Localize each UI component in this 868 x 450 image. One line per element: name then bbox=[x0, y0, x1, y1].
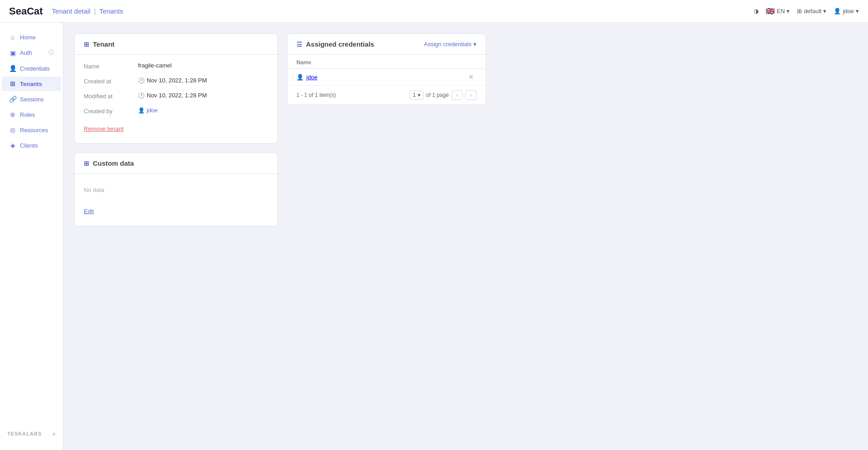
custom-data-card: ⊞ Custom data No data Edit bbox=[74, 153, 278, 226]
sidebar-icon-sessions: 🔗 bbox=[9, 96, 16, 103]
custom-data-body: No data Edit bbox=[75, 174, 277, 225]
tenant-card-title: Tenant bbox=[93, 40, 114, 48]
contrast-toggle[interactable]: ◑ bbox=[754, 8, 758, 14]
topnav-right: ◑ 🇬🇧 EN ▾ ⊞ default ▾ 👤 jdoe ▾ bbox=[754, 7, 859, 15]
credentials-col-name: Name bbox=[296, 59, 311, 66]
sidebar-item-resources[interactable]: ◎ Resources bbox=[2, 123, 61, 137]
field-created-at-label: Created at bbox=[84, 77, 138, 85]
user-label: jdoe bbox=[843, 8, 854, 14]
custom-data-header-icon: ⊞ bbox=[84, 160, 89, 167]
credentials-table: Name 👤 jdoe ✕ 1 - 1 of 1 item(s) bbox=[287, 55, 486, 105]
app-logo: SeaCat bbox=[9, 5, 43, 17]
sidebar-bottom: TeskaLabs « bbox=[0, 425, 63, 443]
lang-arrow: ▾ bbox=[787, 8, 790, 14]
credentials-card-title: Assigned credentials bbox=[306, 40, 374, 48]
page-select-arrow: ▾ bbox=[418, 92, 420, 98]
user-icon-small: 👤 bbox=[138, 107, 145, 114]
lang-label: EN bbox=[777, 8, 785, 14]
layout: ⌂ Home ▣ Auth ⓘ👤 Credentials ⊞ Tenants 🔗… bbox=[0, 23, 868, 450]
flag-icon: 🇬🇧 bbox=[766, 7, 775, 15]
sidebar-icon-home: ⌂ bbox=[9, 34, 16, 41]
field-created-by: Created by 👤 jdoe bbox=[84, 107, 268, 115]
grid-icon: ⊞ bbox=[797, 8, 802, 14]
credentials-card-header: ☰ Assigned credentials Assign credential… bbox=[287, 34, 486, 55]
no-data-text: No data bbox=[84, 181, 268, 204]
credential-user-icon: 👤 bbox=[296, 74, 304, 81]
breadcrumb: Tenant detail | Tenants bbox=[52, 7, 124, 15]
first-page-button[interactable]: « bbox=[452, 90, 463, 100]
credentials-pagination: 1 - 1 of 1 item(s) 1 ▾ of 1 page « » bbox=[287, 86, 486, 105]
page-title: Tenant detail bbox=[52, 7, 91, 15]
field-name-value: fragile-camel bbox=[138, 62, 172, 69]
language-selector[interactable]: 🇬🇧 EN ▾ bbox=[766, 7, 790, 15]
sidebar-item-credentials[interactable]: 👤 Credentials bbox=[2, 61, 61, 76]
field-modified-at-label: Modified at bbox=[84, 92, 138, 100]
sidebar-icon-resources: ◎ bbox=[9, 126, 16, 134]
sidebar-item-home[interactable]: ⌂ Home bbox=[2, 30, 61, 44]
field-name-label: Name bbox=[84, 62, 138, 70]
credential-link[interactable]: jdoe bbox=[306, 74, 318, 81]
credentials-table-header: Name bbox=[287, 55, 486, 69]
auth-info-icon[interactable]: ⓘ bbox=[48, 49, 54, 57]
tenant-card-body: Name fragile-camel Created at 🕐 Nov 10, … bbox=[75, 55, 277, 143]
credentials-header-icon: ☰ bbox=[296, 41, 302, 48]
field-name: Name fragile-camel bbox=[84, 62, 268, 70]
created-at-text: Nov 10, 2022, 1:28 PM bbox=[147, 77, 207, 84]
assign-credentials-button[interactable]: Assign credentials ▾ bbox=[424, 41, 477, 48]
clock-icon-2: 🕐 bbox=[138, 92, 145, 99]
sidebar-item-auth[interactable]: ▣ Auth ⓘ bbox=[2, 45, 61, 60]
created-by-link[interactable]: jdoe bbox=[147, 107, 158, 114]
tenant-card: ⊞ Tenant Name fragile-camel Created at 🕐 bbox=[74, 34, 278, 144]
remove-credential-button[interactable]: ✕ bbox=[466, 72, 477, 81]
workspace-label: default bbox=[804, 8, 821, 14]
field-created-by-label: Created by bbox=[84, 107, 138, 115]
sidebar-label-sessions: Sessions bbox=[20, 96, 44, 103]
remove-tenant-button[interactable]: Remove tenant bbox=[84, 122, 124, 136]
topnav: SeaCat Tenant detail | Tenants ◑ 🇬🇧 EN ▾… bbox=[0, 0, 868, 23]
sidebar-item-roles[interactable]: ⊛ Roles bbox=[2, 107, 61, 122]
edit-button[interactable]: Edit bbox=[84, 204, 94, 218]
sidebar-icon-roles: ⊛ bbox=[9, 111, 16, 118]
sidebar-item-tenants[interactable]: ⊞ Tenants bbox=[2, 77, 61, 91]
sidebar-item-clients[interactable]: ◈ Clients bbox=[2, 138, 61, 153]
user-arrow: ▾ bbox=[856, 8, 859, 14]
main-content: ⊞ Tenant Name fragile-camel Created at 🕐 bbox=[63, 23, 868, 450]
sidebar: ⌂ Home ▣ Auth ⓘ👤 Credentials ⊞ Tenants 🔗… bbox=[0, 23, 63, 450]
field-modified-at: Modified at 🕐 Nov 10, 2022, 1:28 PM bbox=[84, 92, 268, 100]
pagination-controls: 1 ▾ of 1 page « » bbox=[410, 90, 477, 100]
credentials-card: ☰ Assigned credentials Assign credential… bbox=[287, 34, 486, 105]
breadcrumb-separator: | bbox=[94, 7, 96, 15]
current-page: 1 bbox=[413, 92, 416, 98]
sidebar-icon-tenants: ⊞ bbox=[9, 80, 16, 87]
field-modified-at-value: 🕐 Nov 10, 2022, 1:28 PM bbox=[138, 92, 207, 99]
assign-credentials-arrow: ▾ bbox=[473, 41, 477, 48]
field-created-at-value: 🕐 Nov 10, 2022, 1:28 PM bbox=[138, 77, 207, 84]
sidebar-label-roles: Roles bbox=[20, 111, 35, 118]
page-select[interactable]: 1 ▾ bbox=[410, 91, 424, 100]
workspace-selector[interactable]: ⊞ default ▾ bbox=[797, 8, 826, 14]
user-menu[interactable]: 👤 jdoe ▾ bbox=[834, 8, 859, 14]
tenant-card-header: ⊞ Tenant bbox=[75, 34, 277, 55]
custom-data-header: ⊞ Custom data bbox=[75, 153, 277, 174]
credential-row: 👤 jdoe ✕ bbox=[287, 69, 486, 86]
pagination-info: 1 - 1 of 1 item(s) bbox=[296, 92, 336, 98]
sidebar-nav: ⌂ Home ▣ Auth ⓘ👤 Credentials ⊞ Tenants 🔗… bbox=[0, 30, 63, 153]
sidebar-label-tenants: Tenants bbox=[20, 81, 42, 87]
custom-data-title: Custom data bbox=[93, 159, 134, 167]
breadcrumb-parent-link[interactable]: Tenants bbox=[100, 7, 124, 15]
sidebar-logo: TeskaLabs bbox=[7, 431, 42, 436]
field-created-at: Created at 🕐 Nov 10, 2022, 1:28 PM bbox=[84, 77, 268, 85]
sidebar-collapse-button[interactable]: « bbox=[52, 430, 56, 437]
sidebar-label-clients: Clients bbox=[20, 142, 38, 149]
assign-credentials-label: Assign credentials bbox=[424, 41, 472, 48]
sidebar-item-sessions[interactable]: 🔗 Sessions bbox=[2, 92, 61, 106]
sidebar-label-home: Home bbox=[20, 34, 36, 41]
credential-name: 👤 jdoe bbox=[296, 74, 318, 81]
sidebar-label-auth: Auth bbox=[20, 49, 32, 56]
sidebar-label-resources: Resources bbox=[20, 127, 48, 134]
sidebar-icon-clients: ◈ bbox=[9, 142, 16, 149]
last-page-button[interactable]: » bbox=[465, 90, 477, 100]
sidebar-icon-credentials: 👤 bbox=[9, 65, 16, 72]
of-page-text: of 1 page bbox=[426, 92, 449, 98]
sidebar-label-credentials: Credentials bbox=[20, 65, 50, 72]
